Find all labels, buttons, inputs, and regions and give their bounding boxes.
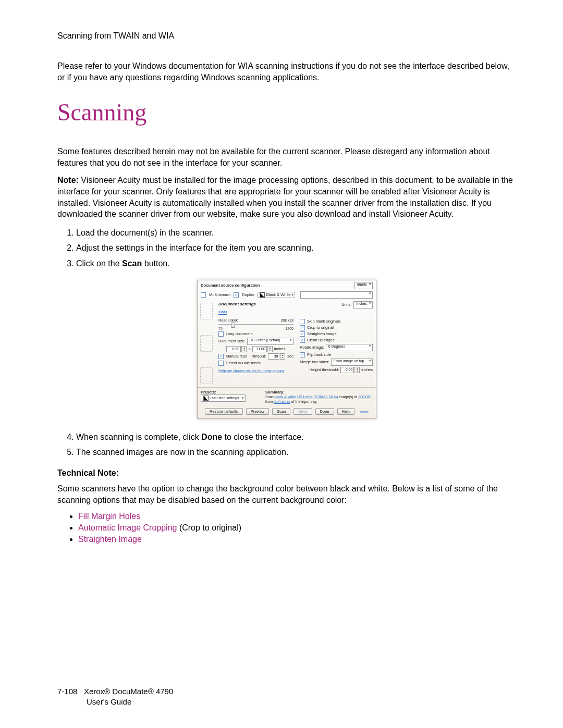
rotate-combo[interactable]: 0 Degrees: [326, 344, 373, 351]
side-icon-column: [198, 300, 215, 387]
driver-icon[interactable]: [200, 367, 213, 384]
technical-note-paragraph: Some scanners have the option to change …: [57, 483, 516, 505]
page-footer: 7-108 Xerox® DocuMate® 4790 User's Guide: [57, 686, 173, 708]
help-choose-link[interactable]: Help me choose values for these options: [218, 369, 284, 373]
image-icon[interactable]: [200, 335, 213, 352]
timeout-input[interactable]: [268, 353, 279, 360]
doc-h-spin[interactable]: ▲▼: [267, 346, 273, 352]
crop-checkbox[interactable]: [300, 325, 305, 330]
page-header: Scanning from TWAIN and WIA: [57, 31, 516, 41]
done-button[interactable]: Done: [315, 408, 334, 415]
bullet-fill-margin: Fill Margin Holes: [78, 512, 140, 521]
detect-df-checkbox[interactable]: [218, 361, 224, 366]
bw-swatch-icon: [260, 292, 265, 298]
step-1: Load the document(s) in the scanner.: [76, 226, 516, 240]
summary-dpi-link[interactable]: 200 DPI: [358, 395, 371, 399]
units-combo[interactable]: Inches: [353, 301, 373, 309]
merge-combo[interactable]: Front image on top: [331, 359, 373, 366]
multistream-checkbox[interactable]: [201, 292, 206, 298]
flip-checkbox[interactable]: [300, 352, 305, 357]
back-arrow-icon[interactable]: ⟸: [360, 408, 369, 415]
doc-h-input[interactable]: [252, 346, 267, 352]
doc-w-input[interactable]: [226, 346, 241, 352]
duplex-label: Duplex: [242, 292, 254, 297]
preview-button[interactable]: Preview: [246, 408, 270, 415]
footer-line-1: Xerox® DocuMate® 4790: [84, 687, 173, 696]
color-mode-combo[interactable]: Black & White: [258, 292, 296, 298]
option-bullets: Fill Margin Holes Automatic Image Croppi…: [57, 512, 516, 544]
presets-combo[interactable]: Last used settings: [201, 394, 246, 402]
units-label: Units:: [341, 302, 351, 307]
manual-feed-checkbox[interactable]: [218, 354, 224, 359]
source-extra-combo[interactable]: [300, 291, 373, 299]
summary-label: Summary:: [265, 390, 373, 394]
doc-icon[interactable]: [200, 303, 213, 319]
skip-blank-checkbox[interactable]: [300, 319, 305, 324]
bullet-auto-crop: Automatic Image Cropping: [78, 523, 177, 532]
main-tab[interactable]: Main: [218, 310, 227, 315]
note-paragraph: Note: Visioneer Acuity must be installed…: [57, 175, 516, 219]
step-2: Adjust the settings in the interface for…: [76, 241, 516, 255]
steps-list-a: Load the document(s) in the scanner. Adj…: [57, 226, 516, 270]
ht-input[interactable]: [340, 367, 354, 373]
bullet-straighten: Straighten Image: [78, 535, 142, 544]
doc-size-combo[interactable]: US Letter (Portrait): [247, 338, 293, 345]
summary-text: Scan black & white US Letter (8.50x11.00…: [265, 394, 373, 404]
step-4: When scanning is complete, click Done to…: [76, 430, 516, 444]
doc-w-spin[interactable]: ▲▼: [241, 346, 247, 352]
intro-paragraph: Please refer to your Windows documentati…: [57, 60, 516, 83]
restore-defaults-button[interactable]: Restore defaults: [205, 408, 243, 415]
res-max: 1200: [285, 327, 293, 330]
resolution-label: Resolution:: [218, 318, 238, 323]
scan-button[interactable]: Scan: [272, 408, 290, 415]
straighten-checkbox[interactable]: [300, 331, 305, 337]
page-number: 7-108: [57, 687, 77, 696]
summary-size-link[interactable]: US Letter (8.50x11.00 in): [297, 395, 338, 399]
resolution-value: 200 dpi: [280, 318, 293, 323]
timeout-spin[interactable]: ▲▼: [280, 353, 285, 360]
note-body: Visioneer Acuity must be installed for t…: [57, 176, 513, 218]
res-min: 75: [218, 327, 223, 330]
save-button[interactable]: Save: [293, 408, 312, 415]
note-label: Note:: [57, 176, 79, 184]
doc-size-label: Document size:: [218, 339, 246, 343]
steps-list-b: When scanning is complete, click Done to…: [57, 430, 516, 459]
preset-swatch-icon: [203, 396, 209, 401]
footer-line-2: User's Guide: [87, 697, 131, 707]
long-doc-checkbox[interactable]: [218, 331, 224, 337]
multistream-label: Multi-stream: [209, 292, 230, 297]
ht-spin[interactable]: ▲▼: [354, 367, 360, 373]
section-heading: Scanning: [57, 98, 516, 126]
help-button[interactable]: Help: [337, 408, 354, 415]
dialog-title: Document source configuration: [201, 283, 260, 288]
twain-dialog: Document source configuration Basic Mult…: [197, 280, 376, 419]
paragraph-1: Some features described herein may not b…: [57, 146, 516, 168]
summary-sides-link[interactable]: both sides: [274, 400, 290, 403]
mode-basic-combo[interactable]: Basic: [354, 282, 373, 289]
cleanup-checkbox[interactable]: [300, 338, 305, 343]
duplex-checkbox[interactable]: [234, 292, 239, 298]
step-5: The scanned images are now in the scanni…: [76, 446, 516, 459]
step-3: Click on the Scan button.: [76, 257, 516, 270]
technical-note-heading: Technical Note:: [57, 468, 516, 478]
presets-label: Presets:: [201, 390, 263, 394]
resolution-slider[interactable]: [218, 324, 293, 325]
summary-bw-link[interactable]: black & white: [275, 395, 296, 399]
